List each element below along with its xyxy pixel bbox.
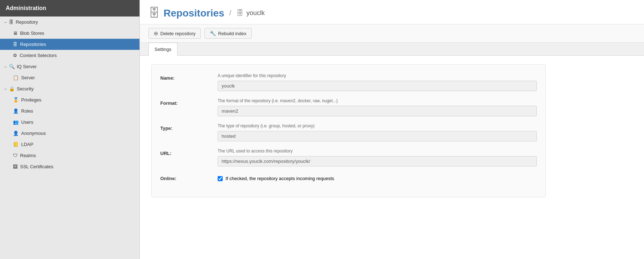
sidebar-item-ssl-certificates[interactable]: SSL Certificates	[0, 161, 139, 172]
breadcrumb-separator: /	[229, 9, 232, 17]
format-field: The format of the repository (i.e. maven…	[218, 98, 537, 116]
name-label: Name:	[160, 73, 218, 81]
sidebar-item-ldap[interactable]: LDAP	[0, 139, 139, 150]
realms-label: Realms	[20, 153, 36, 158]
sidebar-group-security[interactable]: – Security	[0, 83, 139, 94]
users-label: Users	[21, 119, 33, 125]
sidebar-group-repository[interactable]: – Repository	[0, 17, 139, 28]
online-field: If checked, the repository accepts incom…	[218, 174, 537, 181]
online-label: Online:	[160, 174, 218, 181]
form-row-name: Name: A unique identifier for this repos…	[160, 73, 537, 91]
sidebar-item-server[interactable]: Server	[0, 72, 139, 83]
blob-stores-icon	[13, 30, 18, 36]
delete-icon: ⊖	[154, 30, 158, 36]
server-icon	[13, 75, 19, 80]
collapse-dash-security: –	[4, 86, 7, 91]
format-hint: The format of the repository (i.e. maven…	[218, 98, 537, 103]
sidebar-item-privileges[interactable]: Privileges	[0, 94, 139, 105]
tab-settings-label: Settings	[155, 47, 171, 52]
sidebar: Administration – Repository Blob Stores …	[0, 0, 140, 259]
main-header: 🗄 Repositories / 🗄 youclk	[140, 0, 644, 24]
rebuild-label: Rebuild index	[218, 31, 246, 36]
ldap-icon	[13, 142, 19, 147]
collapse-dash-repository: –	[4, 20, 7, 25]
tab-bar: Settings	[140, 43, 644, 56]
type-hint: The type of repository (i.e. group, host…	[218, 123, 537, 128]
rebuild-icon: 🔧	[210, 30, 216, 36]
repository-group-icon	[9, 19, 14, 25]
sidebar-title: Administration	[6, 5, 46, 11]
sidebar-item-content-selectors[interactable]: Content Selectors	[0, 50, 139, 61]
url-hint: The URL used to access this repository	[218, 149, 537, 154]
roles-label: Roles	[21, 108, 33, 114]
roles-icon	[13, 108, 19, 114]
anonymous-label: Anonymous	[21, 131, 46, 136]
url-input[interactable]	[218, 156, 537, 166]
form-row-format: Format: The format of the repository (i.…	[160, 98, 537, 116]
form-row-online: Online: If checked, the repository accep…	[160, 174, 537, 181]
blob-stores-label: Blob Stores	[20, 30, 44, 36]
format-input[interactable]	[218, 106, 537, 116]
form-section: Name: A unique identifier for this repos…	[151, 64, 546, 197]
repositories-icon	[13, 42, 18, 47]
tab-settings[interactable]: Settings	[148, 43, 177, 56]
security-group-icon	[9, 86, 15, 91]
url-label: URL:	[160, 149, 218, 156]
anonymous-icon	[13, 131, 19, 136]
online-hint: If checked, the repository accepts incom…	[226, 176, 334, 181]
privileges-icon	[13, 97, 19, 103]
type-label: Type:	[160, 123, 218, 131]
sidebar-group-security-label: Security	[17, 86, 34, 91]
name-hint: A unique identifier for this repository	[218, 73, 537, 78]
url-field: The URL used to access this repository	[218, 149, 537, 166]
delete-repository-button[interactable]: ⊖ Delete repository	[148, 28, 201, 39]
sidebar-group-repository-label: Repository	[16, 19, 38, 25]
sidebar-item-blob-stores[interactable]: Blob Stores	[0, 28, 139, 39]
format-label: Format:	[160, 98, 218, 106]
server-label: Server	[21, 75, 35, 80]
sidebar-item-repositories[interactable]: Repositories	[0, 39, 139, 50]
name-field: A unique identifier for this repository	[218, 73, 537, 91]
users-icon	[13, 119, 19, 125]
main-title: Repositories	[164, 8, 224, 19]
online-row: If checked, the repository accepts incom…	[218, 174, 537, 181]
collapse-dash-iq: –	[4, 64, 7, 69]
sidebar-item-roles[interactable]: Roles	[0, 105, 139, 117]
name-input[interactable]	[218, 81, 537, 91]
type-input[interactable]	[218, 131, 537, 141]
sidebar-item-users[interactable]: Users	[0, 117, 139, 128]
type-field: The type of repository (i.e. group, host…	[218, 123, 537, 141]
realms-icon	[13, 153, 18, 158]
ldap-label: LDAP	[21, 142, 33, 147]
ssl-icon	[13, 164, 18, 169]
breadcrumb-sub: 🗄 youclk	[236, 9, 265, 17]
ssl-label: SSL Certificates	[20, 164, 53, 169]
form-row-url: URL: The URL used to access this reposit…	[160, 149, 537, 166]
breadcrumb-sub-icon: 🗄	[236, 9, 243, 17]
content-selectors-icon	[13, 53, 17, 58]
form-area: Name: A unique identifier for this repos…	[140, 56, 644, 206]
main-panel: 🗄 Repositories / 🗄 youclk ⊖ Delete repos…	[140, 0, 644, 259]
main-title-icon: 🗄	[148, 6, 160, 20]
privileges-label: Privileges	[21, 97, 41, 103]
sidebar-item-anonymous[interactable]: Anonymous	[0, 128, 139, 139]
breadcrumb-sub-label: youclk	[246, 9, 265, 17]
content-selectors-label: Content Selectors	[20, 53, 57, 58]
sidebar-group-iq-server[interactable]: – IQ Server	[0, 61, 139, 72]
rebuild-index-button[interactable]: 🔧 Rebuild index	[204, 28, 252, 39]
toolbar: ⊖ Delete repository 🔧 Rebuild index	[140, 24, 644, 43]
delete-label: Delete repository	[160, 31, 195, 36]
form-row-type: Type: The type of repository (i.e. group…	[160, 123, 537, 141]
iq-server-group-icon	[9, 64, 15, 69]
sidebar-group-iq-label: IQ Server	[17, 64, 37, 69]
sidebar-header: Administration	[0, 0, 139, 17]
sidebar-item-realms[interactable]: Realms	[0, 150, 139, 161]
repositories-label: Repositories	[20, 42, 46, 47]
online-checkbox[interactable]	[218, 176, 223, 181]
